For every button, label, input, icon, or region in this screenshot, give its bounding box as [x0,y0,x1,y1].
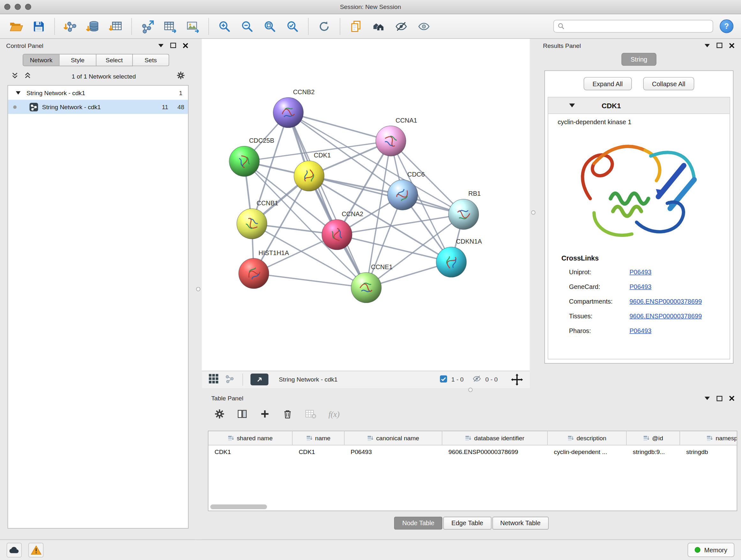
function-builder-button[interactable]: f(x) [328,410,340,419]
crosslink-link[interactable]: P06493 [630,268,652,275]
export-network-button[interactable] [139,17,156,36]
network-edge[interactable] [254,273,366,287]
expand-all-button[interactable]: Expand All [584,77,632,90]
zoom-out-button[interactable] [239,17,256,36]
toolbar-search[interactable] [553,20,713,33]
column-header[interactable]: namespace [680,431,737,445]
fit-content-button[interactable] [261,17,278,36]
tab-select[interactable]: Select [96,54,132,66]
network-collection-row[interactable]: String Network - cdk1 1 [8,85,188,100]
show-columns-icon[interactable] [237,408,248,421]
network-options-gear-icon[interactable] [176,71,185,81]
results-tab-string[interactable]: String [622,53,657,66]
horizontal-splitter[interactable] [202,388,741,392]
network-row[interactable]: String Network - cdk1 11 48 [8,100,188,114]
gene-section-header[interactable]: CDK1 [548,98,730,114]
cell-name[interactable]: CDK1 [293,448,345,455]
collapse-all-icon[interactable] [11,72,18,80]
birdseye-toggle-button[interactable] [251,374,268,385]
cell-shared-name[interactable]: CDK1 [208,448,293,455]
cell-id[interactable]: stringdb:9... [627,448,680,455]
crosslink-link[interactable]: 9606.ENSP00000378699 [630,298,702,305]
crosslink-link[interactable]: 9606.ENSP00000378699 [630,313,702,320]
home-button[interactable] [370,17,387,36]
column-header[interactable]: canonical name [345,431,443,445]
fit-selected-button[interactable] [284,17,301,36]
column-header[interactable]: shared name [208,431,293,445]
network-edge[interactable] [288,113,391,141]
open-session-button[interactable] [8,17,24,36]
network-edge[interactable] [309,176,463,214]
crosslink-link[interactable]: P06493 [630,283,652,290]
selected-checkbox-icon[interactable] [440,375,448,384]
panel-menu-icon[interactable] [704,396,710,400]
pan-crosshair-icon[interactable] [511,373,523,386]
disclosure-triangle-icon[interactable] [569,102,575,109]
network-node[interactable] [237,208,267,239]
network-node[interactable] [351,272,381,303]
float-panel-icon[interactable] [170,43,176,48]
create-column-icon[interactable] [259,408,270,421]
tab-network[interactable]: Network [23,54,60,66]
network-node[interactable] [229,146,259,177]
network-edge[interactable] [288,113,366,288]
cell-canonical-name[interactable]: P06493 [345,448,443,455]
column-header[interactable]: name [293,431,345,445]
float-panel-icon[interactable] [717,395,723,401]
splitter-handle[interactable] [531,210,535,214]
network-node[interactable] [376,126,406,156]
splitter-handle[interactable] [468,388,473,392]
expand-all-icon[interactable] [24,72,31,80]
grid-view-icon[interactable] [208,374,219,385]
search-input[interactable] [568,23,709,30]
hide-annotations-button[interactable] [393,17,410,36]
refresh-button[interactable] [316,17,333,36]
collapse-all-button[interactable]: Collapse All [643,77,694,90]
float-panel-icon[interactable] [717,43,723,48]
table-row[interactable]: CDK1 CDK1 P06493 9606.ENSP00000378699 cy… [208,445,737,458]
panel-menu-icon[interactable] [158,43,164,47]
network-node[interactable] [387,180,418,210]
network-node[interactable] [448,199,479,230]
import-network-from-database-button[interactable] [84,17,102,36]
cloud-status-button[interactable] [7,543,22,557]
column-header[interactable]: database identifier [442,431,548,445]
table-options-gear-icon[interactable] [214,408,225,421]
delete-column-icon[interactable] [282,408,293,421]
save-session-button[interactable] [30,17,47,36]
hidden-eye-icon[interactable] [472,374,482,384]
show-annotations-button[interactable] [415,17,432,36]
tab-sets[interactable]: Sets [133,54,169,66]
close-panel-icon[interactable] [183,43,189,49]
string-view-icon[interactable] [224,374,235,385]
memory-button[interactable]: Memory [688,543,734,557]
help-button[interactable]: ? [720,19,733,33]
export-image-button[interactable] [185,17,201,36]
network-canvas[interactable]: CCNB2CCNA1CDC25BCDK1CDC6RB1CCNB1CCNA2CDK… [202,39,530,370]
tab-style[interactable]: Style [60,54,96,66]
disclosure-triangle-icon[interactable] [16,89,21,96]
cell-database-identifier[interactable]: 9606.ENSP00000378699 [442,448,548,455]
splitter-handle[interactable] [196,287,200,291]
column-header[interactable]: @id [627,431,680,445]
left-splitter[interactable] [195,39,202,539]
cell-description[interactable]: cyclin-dependent ... [548,448,626,455]
right-splitter[interactable] [530,39,537,388]
import-table-from-file-button[interactable] [107,17,124,36]
column-header[interactable]: description [548,431,626,445]
tab-network-table[interactable]: Network Table [492,516,549,530]
network-node[interactable] [273,98,304,128]
close-panel-icon[interactable] [729,395,735,401]
network-node[interactable] [436,247,467,277]
network-node[interactable] [322,220,352,250]
tab-node-table[interactable]: Node Table [394,516,442,530]
zoom-in-button[interactable] [216,17,233,36]
import-network-from-file-button[interactable] [62,17,79,36]
network-graph[interactable]: CCNB2CCNA1CDC25BCDK1CDC6RB1CCNB1CCNA2CDK… [202,39,530,370]
cell-namespace[interactable]: stringdb [680,448,737,455]
panel-menu-icon[interactable] [704,43,710,47]
close-panel-icon[interactable] [729,43,735,49]
network-node[interactable] [294,161,324,191]
network-node[interactable] [239,258,269,289]
tab-edge-table[interactable]: Edge Table [443,516,491,530]
